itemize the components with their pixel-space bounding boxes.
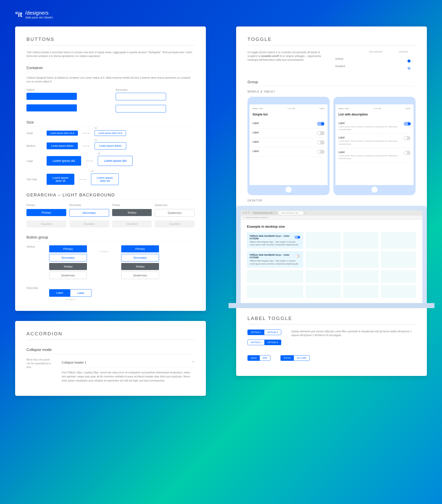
container-desc: I bottoni disegnati hanno di default un … xyxy=(26,76,195,83)
toggle-mobile-label: MOBILE & TABLET xyxy=(247,90,416,93)
phone-mockup-1: ●●●●○ ABC1:21 PM100% Simple list Label L… xyxy=(247,97,330,195)
hier-quaternary[interactable]: Quaternery xyxy=(155,209,195,217)
chevron-up-icon: ⌃ xyxy=(192,361,195,364)
label-secondary: Secondary xyxy=(116,88,195,91)
label-default: Default xyxy=(26,88,106,91)
hier-disabled-4: Disabled xyxy=(155,220,195,227)
browser-tab-inactive[interactable]: Inactive Browser Tab xyxy=(252,211,277,215)
size-tworows-label: Two rows xyxy=(26,178,42,181)
size-small-label: Small xyxy=(26,132,42,135)
default-button-sample-2[interactable] xyxy=(26,104,77,111)
toggle-title: TOGGLE xyxy=(247,37,416,45)
secondary-button-sample[interactable] xyxy=(116,93,166,100)
group-title: Button group xyxy=(26,235,195,242)
hier-disabled-2: Disabled xyxy=(69,220,109,227)
label-toggle-1[interactable]: OPTION 1OPTION 2 xyxy=(247,330,281,335)
vg-quaternary-1[interactable]: Quaternary xyxy=(49,272,87,279)
vg-tertiary-1[interactable]: Tertiary xyxy=(49,263,87,270)
size-medium-secondary[interactable]: Lorem ipsum dolors xyxy=(94,142,126,150)
size-large-primary[interactable]: Lorem ipsum dol xyxy=(47,156,81,166)
laptop-mockup: Inactive Browser TabActive Browser Tab+ … xyxy=(236,206,427,303)
list-toggle[interactable] xyxy=(317,122,325,126)
vg-secondary-1[interactable]: Secondary xyxy=(49,254,87,261)
hier-disabled-1: Disabled xyxy=(26,220,66,227)
secondary-button-sample-2[interactable] xyxy=(116,105,166,112)
list-toggle[interactable] xyxy=(317,150,325,154)
toggle-card: TOGGLE Un toggle (anche switch) è un con… xyxy=(236,26,427,376)
card-toggle[interactable] xyxy=(295,236,300,239)
size-large-label: Large xyxy=(26,160,42,162)
size-medium-primary[interactable]: Lorem ipsum dolors xyxy=(47,142,78,149)
url-bar[interactable]: https://designers.italia.it/ xyxy=(246,216,268,219)
toggle-intro: Un toggle (anche switch) è un controllo … xyxy=(247,50,328,62)
size-small-secondary[interactable]: Lorem ipsum dolor sit al xyxy=(94,130,126,136)
hier-disabled-3: Disabled xyxy=(112,220,152,227)
toggle-desktop-label: DESKTOP xyxy=(247,199,416,202)
list-toggle[interactable] xyxy=(317,140,325,144)
accordion-title: ACCORDION xyxy=(26,331,195,340)
card-toggle[interactable] xyxy=(295,255,300,258)
label-toggle-fatto[interactable]: FATTODA FARE xyxy=(280,355,310,361)
size-large-secondary[interactable]: Lorem ipsum dol xyxy=(98,156,133,166)
accordion-content-1: Font Titillium 18px. Leading 28px. omnis… xyxy=(62,368,195,386)
logo-brand: /designers xyxy=(25,10,53,16)
size-small-primary[interactable]: Lorem ipsum dolor sit al xyxy=(47,131,78,136)
label-toggle-desc: Questo elemento può essere utilizzato co… xyxy=(291,330,416,337)
vg-secondary-2[interactable]: Secondary xyxy=(121,254,159,261)
vg-quaternary-2[interactable]: Quaternary xyxy=(121,272,159,279)
buttons-card: BUTTONS Tutti i bottoni primari e second… xyxy=(15,26,206,311)
hg-label-1[interactable]: Label xyxy=(49,289,70,297)
list-toggle[interactable] xyxy=(404,136,411,140)
size-medium-label: Medium xyxy=(26,144,42,147)
logo-mark: °it xyxy=(15,11,22,19)
hier-primary[interactable]: Primary xyxy=(26,209,66,216)
size-tworows-secondary[interactable]: Lorem ipsum dolor sit xyxy=(91,173,119,185)
label-toggle-oggi[interactable]: OGGIIERI xyxy=(247,355,270,361)
list-toggle[interactable] xyxy=(404,151,411,155)
default-button-sample[interactable] xyxy=(26,93,77,100)
hier-tertiary[interactable]: Tertiary xyxy=(112,209,152,216)
logo-tagline: dalla parte dei cittadini xyxy=(25,16,53,19)
size-title: Size xyxy=(26,120,195,127)
hierarchy-title: GERARCHIA – LIGHT BACKGROUND xyxy=(26,193,195,200)
toggle-group-title: Group xyxy=(247,80,416,86)
buttons-title: BUTTONS xyxy=(26,37,195,45)
label-toggle-title: LABEL TOGGLE xyxy=(247,316,416,324)
list-toggle[interactable] xyxy=(317,131,325,135)
list-toggle[interactable] xyxy=(404,122,411,126)
accordion-header-1[interactable]: Collapse header 1⌃ xyxy=(62,358,195,368)
vg-tertiary-2[interactable]: Tertiary xyxy=(121,263,159,270)
label-toggle-2[interactable]: OPTION 1OPTION 2 xyxy=(247,340,281,345)
accordion-note: More than one panel can be expanded at a… xyxy=(26,358,54,369)
container-title: Container xyxy=(26,66,195,72)
browser-tab-active[interactable]: Active Browser Tab xyxy=(279,211,303,215)
hg-label-2[interactable]: Label xyxy=(70,289,91,297)
vg-primary-2[interactable]: Primary xyxy=(121,245,159,252)
vg-primary-1[interactable]: Primary xyxy=(49,245,87,252)
hier-secondary[interactable]: Secondary xyxy=(69,209,109,217)
accordion-card: ACCORDION Collapse mode More than one pa… xyxy=(15,321,206,396)
phone-mockup-2: ●●●●○ ABC1:21 PM100% List with descripti… xyxy=(333,97,416,195)
buttons-intro: Tutti i bottoni primari e secondari hann… xyxy=(26,50,195,58)
size-tworows-primary[interactable]: Lorem ipsum dolor sit xyxy=(47,174,74,185)
accordion-mode: Collapse mode xyxy=(26,347,195,354)
